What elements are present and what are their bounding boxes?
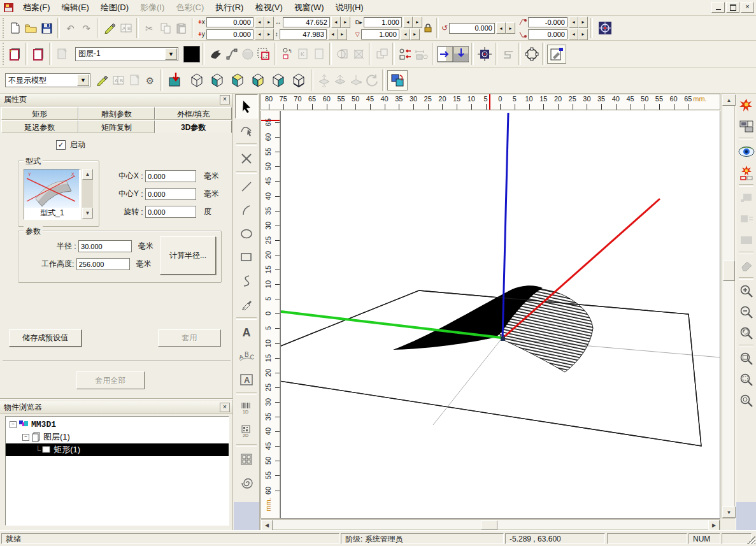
path-order-button[interactable] (500, 46, 516, 62)
chevron-down-icon[interactable]: ▼ (165, 48, 177, 60)
pos-y-input[interactable] (206, 29, 253, 40)
menu-item-0[interactable]: 档案(F) (17, 0, 56, 16)
rotation-spinner[interactable]: ◂▸ (496, 22, 515, 34)
menu-item-1[interactable]: 编辑(E) (56, 0, 95, 16)
ellipse-tool[interactable] (236, 222, 257, 245)
minimize-button[interactable] (711, 2, 725, 13)
pos-x-input[interactable] (206, 17, 253, 27)
output-port-button[interactable] (453, 46, 469, 62)
lasso-select-tool[interactable] (236, 119, 257, 142)
style-spin-down-icon[interactable]: ▼ (82, 208, 93, 219)
view-bottom-button[interactable] (288, 70, 308, 90)
tree-expander[interactable]: − (22, 434, 29, 441)
view-top-button[interactable] (166, 70, 186, 90)
apply-button[interactable]: 套用 (158, 329, 221, 347)
menu-item-7[interactable]: 视窗(W) (289, 0, 330, 16)
input-port-button[interactable] (437, 46, 453, 62)
arc-tool[interactable] (236, 199, 257, 222)
pan-hand-button[interactable] (208, 46, 224, 62)
red-light-frame-button[interactable] (738, 163, 755, 182)
rotate-view-button[interactable] (364, 73, 380, 89)
scale-y-spinner[interactable]: ◂▸ (401, 29, 420, 40)
save-preset-button[interactable]: 储存成预设值 (9, 329, 82, 347)
work-height-input[interactable] (76, 258, 130, 270)
open-file-button[interactable] (23, 20, 39, 36)
duplicate-layer-button[interactable] (31, 46, 46, 62)
toolbar-grip[interactable] (3, 43, 6, 65)
paste-button[interactable] (173, 20, 189, 36)
model-text-button[interactable]: AB (110, 73, 126, 89)
view-back-button[interactable] (267, 70, 288, 90)
clip-delete-button[interactable] (350, 46, 366, 62)
rectangle-tool[interactable] (236, 246, 257, 269)
text-tool[interactable]: A (236, 321, 257, 344)
settings-gear-icon[interactable]: ⚙ (142, 73, 158, 89)
barcode-1d-tool[interactable]: 1D (236, 396, 257, 419)
node-circle-button[interactable] (524, 46, 539, 62)
vertical-scrollbar[interactable]: ▲ ▼ (722, 94, 735, 519)
model-display-select[interactable]: 不显示模型 ▼ (5, 73, 90, 87)
select-tool[interactable] (235, 94, 258, 119)
restore-button[interactable] (726, 2, 739, 13)
size-w-input[interactable] (283, 17, 330, 27)
boxed-text-tool[interactable]: A (236, 368, 257, 391)
measure-button[interactable] (413, 46, 429, 62)
size-h-input[interactable] (280, 29, 327, 40)
tab-engrave-params[interactable]: 雕刻参数 (78, 107, 155, 120)
layer-select[interactable]: 图层-1 ▼ (75, 47, 178, 61)
show-3d-panel-button[interactable] (387, 70, 408, 90)
view-right-button[interactable] (247, 70, 267, 90)
scale-x-spinner[interactable]: ◂▸ (403, 17, 422, 28)
menu-item-4[interactable]: 色彩(C) (170, 0, 210, 16)
zoom-in-button[interactable] (738, 282, 755, 301)
menu-item-8[interactable]: 说明(H) (330, 0, 369, 16)
group-button[interactable] (374, 46, 390, 62)
menu-item-3[interactable]: 影像(I) (134, 0, 170, 16)
delete-layer-button[interactable] (54, 46, 70, 62)
enable-checkbox[interactable]: ✓ (56, 140, 66, 150)
pen-tool[interactable] (236, 293, 257, 316)
lock-ratio-icon[interactable] (422, 20, 434, 36)
curve-tool[interactable] (236, 269, 257, 292)
horizontal-scroll-thumb[interactable] (481, 521, 497, 530)
scroll-right-icon[interactable]: ▶ (708, 520, 720, 531)
view-iso-button[interactable] (186, 70, 206, 90)
marquee-select-button[interactable] (255, 46, 271, 62)
layer-color-swatch[interactable] (183, 46, 200, 62)
pos-x-spinner[interactable]: ◂▸ (255, 17, 274, 28)
zoom-all-button[interactable] (738, 391, 755, 410)
mark-param-button[interactable] (738, 189, 755, 208)
close-icon[interactable]: × (220, 403, 230, 412)
center-x-input[interactable] (145, 170, 196, 182)
rotation-input[interactable] (449, 23, 495, 34)
point-tool[interactable] (236, 147, 257, 170)
model-page-button[interactable] (126, 73, 142, 89)
order-button[interactable]: ↰ (279, 46, 295, 62)
canvas-viewport[interactable] (280, 111, 720, 519)
skew-x-spinner[interactable]: ◂▸ (569, 17, 588, 28)
redo-button[interactable]: ↷ (78, 20, 94, 36)
undo-button[interactable]: ↶ (62, 20, 78, 36)
radius-input[interactable] (78, 240, 132, 252)
edit-nodes-button[interactable] (224, 46, 239, 62)
align-button[interactable] (397, 46, 413, 62)
scroll-left-icon[interactable]: ◀ (261, 520, 273, 531)
import-model-button[interactable] (94, 73, 110, 89)
find-replace-button[interactable]: AB (118, 20, 134, 36)
view-left-button[interactable] (227, 70, 247, 90)
tab-outline-fill[interactable]: 外框/填充 (155, 107, 232, 120)
menu-item-6[interactable]: 检视(V) (249, 0, 288, 16)
save-button[interactable] (39, 20, 55, 36)
skew-y-input[interactable] (528, 29, 567, 40)
zoom-selection-button[interactable] (738, 370, 755, 389)
preview-eye-button[interactable] (738, 142, 755, 161)
tree-expander[interactable]: − (10, 421, 17, 428)
device-output-button[interactable] (738, 117, 755, 136)
close-button[interactable]: × (741, 2, 754, 13)
style-preview[interactable]: XY 型式_1 (24, 169, 81, 220)
cut-button[interactable]: ✂ (141, 20, 157, 36)
rotate-input[interactable] (145, 206, 196, 218)
zoom-out-button[interactable] (738, 303, 755, 322)
tab-rectangle[interactable]: 矩形 (1, 107, 78, 120)
horizontal-scrollbar[interactable]: ◀ ▶ (260, 519, 720, 530)
